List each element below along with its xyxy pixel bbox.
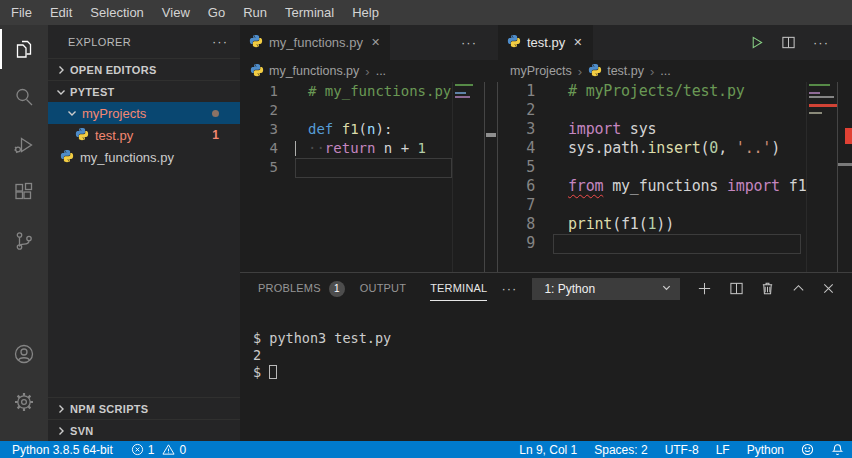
code-token: sys bbox=[621, 120, 656, 138]
indentation[interactable]: Spaces: 2 bbox=[594, 443, 647, 457]
minimap[interactable] bbox=[452, 82, 484, 272]
close-icon[interactable]: ✕ bbox=[573, 36, 582, 49]
section-label: PYTEST bbox=[70, 86, 115, 98]
split-editor-icon[interactable] bbox=[781, 35, 796, 50]
tree-item-myprojects[interactable]: myProjects bbox=[48, 102, 240, 124]
menubar: FileEditSelectionViewGoRunTerminalHelp bbox=[0, 0, 852, 25]
kill-terminal-icon[interactable] bbox=[760, 281, 775, 296]
tab-my-functions[interactable]: my_functions.py ✕ bbox=[240, 25, 390, 60]
error-count: 1 bbox=[148, 443, 155, 457]
menu-item-help[interactable]: Help bbox=[343, 0, 388, 25]
breadcrumb-item[interactable]: ... bbox=[376, 64, 386, 78]
tab-output[interactable]: OUTPUT bbox=[360, 273, 406, 304]
minimap-line bbox=[809, 112, 822, 114]
breadcrumb[interactable]: my_functions.py › ... bbox=[240, 60, 498, 82]
tree-item-myfunctionspy[interactable]: my_functions.py bbox=[48, 146, 240, 168]
minimap-line bbox=[809, 92, 820, 94]
source-control-icon[interactable] bbox=[0, 217, 48, 265]
code-token: ) bbox=[771, 139, 780, 157]
close-panel-icon[interactable] bbox=[821, 281, 836, 296]
terminal-select[interactable]: 1: Python bbox=[532, 278, 680, 300]
section-svn[interactable]: SVN bbox=[48, 419, 240, 441]
problems-status[interactable]: 1 0 bbox=[131, 443, 186, 457]
tab-terminal[interactable]: TERMINAL bbox=[430, 273, 487, 304]
chevron-right-icon bbox=[54, 426, 68, 436]
editor-group-right: test.py ✕ ··· myProjects › test.py › ...… bbox=[498, 25, 852, 272]
sidebar-more-icon[interactable]: ··· bbox=[212, 34, 228, 49]
tree-item-testpy[interactable]: test.py 1 bbox=[48, 124, 240, 146]
folder-label: myProjects bbox=[82, 106, 146, 121]
tab-problems[interactable]: PROBLEMS bbox=[258, 273, 321, 304]
chevron-right-icon bbox=[54, 404, 68, 414]
menu-item-edit[interactable]: Edit bbox=[41, 0, 81, 25]
code-text: sys.path.insert(0, '..') bbox=[568, 139, 780, 158]
section-npm-scripts[interactable]: NPM SCRIPTS bbox=[48, 397, 240, 419]
maximize-panel-icon[interactable] bbox=[791, 281, 806, 296]
account-icon[interactable] bbox=[0, 330, 48, 378]
menu-item-file[interactable]: File bbox=[2, 0, 41, 25]
explorer-icon[interactable] bbox=[0, 25, 48, 73]
more-actions-icon[interactable]: ··· bbox=[813, 35, 829, 50]
breadcrumb-item[interactable]: myProjects bbox=[510, 64, 572, 78]
extensions-icon[interactable] bbox=[0, 169, 48, 217]
code-line-9: 9 bbox=[498, 234, 852, 253]
code-token: sys.path. bbox=[568, 139, 647, 157]
more-actions-icon[interactable]: ··· bbox=[501, 281, 517, 296]
code-token: from bbox=[568, 177, 603, 195]
code-editor-my-functions[interactable]: 1# my_functions.py23def f1(n):4··return … bbox=[240, 82, 498, 272]
overview-ruler[interactable] bbox=[837, 82, 852, 272]
menu-item-run[interactable]: Run bbox=[234, 0, 276, 25]
python-interpreter[interactable]: Python 3.8.5 64-bit bbox=[12, 443, 113, 457]
new-terminal-icon[interactable] bbox=[697, 281, 712, 296]
breadcrumb-item[interactable]: ... bbox=[660, 64, 670, 78]
close-icon[interactable]: ✕ bbox=[371, 36, 380, 49]
code-token: f1 bbox=[780, 177, 807, 195]
cursor-position[interactable]: Ln 9, Col 1 bbox=[519, 443, 577, 457]
feedback-icon[interactable] bbox=[801, 443, 814, 456]
settings-gear-icon[interactable] bbox=[0, 378, 48, 426]
breadcrumb[interactable]: myProjects › test.py › ... bbox=[498, 60, 852, 82]
code-line-1: 1# myProjects/test.py bbox=[498, 82, 852, 101]
code-token: my_functions bbox=[603, 177, 727, 195]
breadcrumb-item[interactable]: my_functions.py bbox=[269, 64, 359, 78]
split-terminal-icon[interactable] bbox=[729, 281, 744, 296]
breadcrumb-item[interactable]: test.py bbox=[607, 64, 644, 78]
terminal-output[interactable]: $ python3 test.py2$ bbox=[240, 304, 852, 381]
sidebar-title-label: EXPLORER bbox=[68, 36, 131, 48]
python-file-icon bbox=[507, 34, 521, 52]
chevron-right-icon: › bbox=[650, 64, 654, 79]
code-line-5: 5 bbox=[498, 158, 852, 177]
encoding[interactable]: UTF-8 bbox=[665, 443, 699, 457]
vscode-window: FileEditSelectionViewGoRunTerminalHelp bbox=[0, 0, 852, 458]
section-open-editors[interactable]: OPEN EDITORS bbox=[48, 58, 240, 80]
more-actions-icon[interactable]: ··· bbox=[461, 35, 477, 50]
chevron-right-icon: › bbox=[365, 64, 369, 79]
code-line-8: 8print(f1(1)) bbox=[498, 215, 852, 234]
code-editor-test-py[interactable]: 1# myProjects/test.py23import sys4sys.pa… bbox=[498, 82, 852, 272]
notifications-bell-icon[interactable] bbox=[831, 443, 844, 456]
scrollbar-handle[interactable] bbox=[486, 133, 496, 137]
code-token: '..' bbox=[736, 139, 771, 157]
code-text: import sys bbox=[568, 120, 656, 139]
code-text: from my_functions import f1 bbox=[568, 177, 806, 196]
menu-item-view[interactable]: View bbox=[153, 0, 199, 25]
menu-item-terminal[interactable]: Terminal bbox=[276, 0, 343, 25]
menu-item-go[interactable]: Go bbox=[199, 0, 234, 25]
chevron-right-icon bbox=[54, 65, 68, 75]
warning-count: 0 bbox=[179, 443, 186, 457]
run-button[interactable] bbox=[749, 35, 764, 50]
scrollbar[interactable] bbox=[484, 82, 498, 272]
file-label: my_functions.py bbox=[80, 150, 174, 165]
run-debug-icon[interactable] bbox=[0, 121, 48, 169]
eol-sequence[interactable]: LF bbox=[716, 443, 730, 457]
menu-item-selection[interactable]: Selection bbox=[81, 0, 152, 25]
line-number: 2 bbox=[498, 101, 535, 120]
minimap[interactable] bbox=[806, 82, 837, 272]
section-pytest[interactable]: PYTEST bbox=[48, 80, 240, 102]
search-icon[interactable] bbox=[0, 73, 48, 121]
python-file-icon bbox=[250, 63, 264, 80]
language-mode[interactable]: Python bbox=[747, 443, 784, 457]
minimap-line bbox=[455, 96, 470, 98]
tab-test-py[interactable]: test.py ✕ bbox=[498, 25, 593, 60]
code-token: def bbox=[308, 121, 342, 137]
